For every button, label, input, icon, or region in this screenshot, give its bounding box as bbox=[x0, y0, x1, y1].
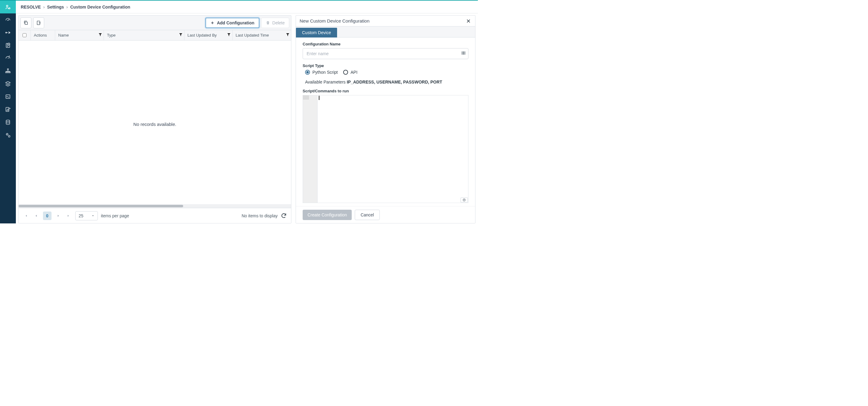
svg-rect-6 bbox=[7, 69, 8, 70]
config-name-input[interactable] bbox=[303, 48, 468, 59]
page-number[interactable]: 0 bbox=[43, 212, 52, 220]
nav-item-settings[interactable] bbox=[0, 129, 16, 142]
table-toolbar: Add Configuration Delete bbox=[19, 15, 291, 30]
available-params: Available Parameters IP_ADDRESS, USERNAM… bbox=[303, 80, 468, 85]
scrollbar-thumb[interactable] bbox=[19, 205, 183, 207]
svg-point-2 bbox=[8, 20, 8, 21]
col-updated-time[interactable]: Last Updated Time bbox=[232, 30, 291, 40]
delete-button: Delete bbox=[261, 18, 289, 28]
col-checkbox bbox=[19, 30, 31, 40]
close-button[interactable] bbox=[465, 18, 471, 24]
horizontal-scrollbar[interactable] bbox=[19, 204, 291, 208]
add-configuration-button[interactable]: Add Configuration bbox=[206, 18, 259, 28]
nav-item-notes[interactable] bbox=[0, 39, 16, 52]
svg-rect-7 bbox=[6, 72, 7, 73]
radio-python-script[interactable]: Python Script bbox=[305, 70, 338, 75]
breadcrumb: RESOLVE › Settings › Custom Device Confi… bbox=[16, 1, 478, 13]
page-last-button[interactable] bbox=[65, 212, 72, 219]
config-name-label: Configuration Name bbox=[303, 42, 468, 46]
nav-item-network[interactable] bbox=[0, 65, 16, 77]
radio-api[interactable]: API bbox=[343, 70, 358, 75]
pager: 0 25 items per page No items to display bbox=[19, 208, 291, 223]
svg-point-4 bbox=[9, 32, 10, 33]
delete-label: Delete bbox=[273, 21, 285, 25]
page-first-button[interactable] bbox=[22, 212, 30, 219]
nav-item-performance[interactable] bbox=[0, 52, 16, 65]
pager-status: No items to display bbox=[242, 213, 278, 218]
svg-rect-19 bbox=[463, 52, 464, 55]
filter-icon[interactable] bbox=[179, 33, 182, 37]
editor-gutter bbox=[303, 95, 317, 203]
nav-item-database[interactable] bbox=[0, 116, 16, 129]
svg-rect-17 bbox=[462, 52, 462, 55]
side-panel-header: New Custom Device Configuration bbox=[296, 15, 475, 27]
empty-message: No records available. bbox=[133, 122, 177, 127]
configurations-panel: Add Configuration Delete Actions Name bbox=[18, 15, 291, 223]
col-actions[interactable]: Actions bbox=[31, 30, 55, 40]
svg-rect-15 bbox=[25, 22, 27, 24]
nav-item-reports[interactable] bbox=[0, 103, 16, 116]
chevron-right-icon: › bbox=[43, 5, 45, 9]
select-all-checkbox[interactable] bbox=[23, 33, 27, 37]
copy-button[interactable] bbox=[21, 18, 31, 28]
barcode-icon[interactable] bbox=[461, 51, 466, 57]
nav-item-layers[interactable] bbox=[0, 77, 16, 90]
svg-rect-8 bbox=[7, 72, 8, 73]
script-label: Script/Commands to run bbox=[303, 89, 468, 93]
expand-editor-button[interactable] bbox=[461, 197, 468, 202]
nav-item-terminal[interactable] bbox=[0, 90, 16, 103]
side-panel-footer: Create Configuration Cancel bbox=[296, 206, 475, 223]
export-button[interactable] bbox=[33, 18, 44, 28]
svg-rect-9 bbox=[9, 72, 10, 73]
svg-rect-10 bbox=[6, 95, 10, 98]
create-configuration-button[interactable]: Create Configuration bbox=[303, 210, 352, 220]
editor-cursor bbox=[319, 96, 319, 100]
table-header: Actions Name Type Last Updated By Last U… bbox=[19, 30, 291, 40]
add-configuration-label: Add Configuration bbox=[217, 21, 254, 25]
svg-rect-21 bbox=[465, 52, 465, 55]
filter-icon[interactable] bbox=[286, 33, 289, 37]
page-size-select[interactable]: 25 bbox=[75, 211, 98, 220]
svg-rect-14 bbox=[8, 136, 10, 137]
col-name[interactable]: Name bbox=[55, 30, 104, 40]
page-prev-button[interactable] bbox=[33, 212, 40, 219]
side-panel-tabs: Custom Device bbox=[296, 27, 475, 37]
svg-rect-18 bbox=[463, 52, 463, 55]
crumb-section[interactable]: Settings bbox=[47, 5, 64, 9]
side-panel: New Custom Device Configuration Custom D… bbox=[296, 15, 475, 223]
filter-icon[interactable] bbox=[227, 33, 230, 37]
chevron-down-icon bbox=[91, 214, 94, 217]
nav-item-integrations[interactable] bbox=[0, 26, 16, 39]
col-updated-by[interactable]: Last Updated By bbox=[184, 30, 232, 40]
editor-body[interactable] bbox=[317, 95, 468, 203]
form-area: Configuration Name Script Type Python Sc… bbox=[296, 37, 475, 206]
crumb-app[interactable]: RESOLVE bbox=[21, 5, 41, 9]
nav-item-dashboard[interactable] bbox=[0, 13, 16, 26]
script-editor[interactable] bbox=[303, 95, 468, 203]
side-panel-title: New Custom Device Configuration bbox=[300, 18, 369, 24]
script-type-label: Script Type bbox=[303, 63, 468, 68]
crumb-current: Custom Device Configuration bbox=[70, 5, 130, 9]
svg-point-3 bbox=[6, 32, 7, 33]
nav-item-home[interactable] bbox=[0, 1, 16, 13]
col-type[interactable]: Type bbox=[104, 30, 184, 40]
table-body: No records available. bbox=[19, 40, 291, 208]
refresh-button[interactable] bbox=[281, 213, 287, 219]
tab-custom-device[interactable]: Custom Device bbox=[296, 28, 337, 37]
svg-point-0 bbox=[6, 5, 8, 7]
chevron-right-icon: › bbox=[66, 5, 68, 9]
filter-icon[interactable] bbox=[99, 33, 102, 37]
script-type-radios: Python Script API bbox=[303, 70, 468, 75]
sidebar bbox=[0, 1, 16, 223]
per-page-label: items per page bbox=[101, 213, 129, 218]
page-next-button[interactable] bbox=[55, 212, 62, 219]
svg-point-12 bbox=[6, 120, 10, 122]
cancel-button[interactable]: Cancel bbox=[355, 210, 380, 220]
